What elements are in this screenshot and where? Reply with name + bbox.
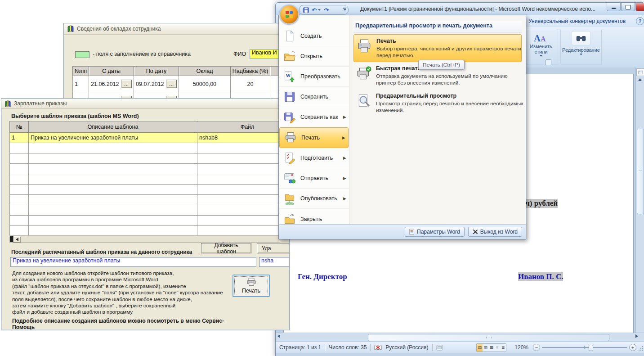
template-file-field[interactable] <box>259 257 290 267</box>
save-icon[interactable] <box>303 7 309 13</box>
template-name-field[interactable] <box>10 257 256 267</box>
menu-item-convert[interactable]: W Преобразовать <box>279 67 349 87</box>
scrollbar-thumb[interactable] <box>368 334 609 341</box>
new-document-icon <box>283 30 296 42</box>
cell-bonus: 20 <box>231 76 270 92</box>
office-menu-footer: Параметры Word Выход из Word <box>279 224 526 239</box>
menu-item-print[interactable]: Печать ▶ <box>279 127 349 148</box>
zoom-level[interactable]: 120% <box>514 344 528 351</box>
help-icon[interactable]: ? <box>636 17 644 25</box>
book-icon <box>4 100 11 107</box>
empty-row[interactable] <box>10 226 290 236</box>
col-from[interactable]: С даты <box>89 67 134 76</box>
salary-window-titlebar[interactable]: Сведения об окладах сотрудника <box>64 23 285 35</box>
col-to[interactable]: По дату <box>134 67 179 76</box>
close-button[interactable] <box>635 3 644 11</box>
horizontal-scrollbar[interactable] <box>276 333 644 342</box>
delete-template-button[interactable]: Уда <box>257 243 290 253</box>
zoom-slider-thumb[interactable] <box>589 345 593 351</box>
convert-icon: W <box>283 70 296 83</box>
orders-window-titlebar[interactable]: Зарплатные приказы <box>1 99 289 109</box>
col-description[interactable]: Описание шаблона <box>29 122 197 133</box>
language-indicator[interactable]: Русский (Россия) <box>385 344 428 351</box>
orders-window: Зарплатные приказы Выберите шаблон прика… <box>1 98 290 330</box>
empty-row[interactable] <box>10 164 290 174</box>
col-file[interactable]: Файл <box>197 122 290 133</box>
template-file-input[interactable] <box>259 257 290 264</box>
scrollbar-thumb[interactable] <box>637 129 644 214</box>
view-fullscreen-button[interactable]: ▥ <box>483 344 488 351</box>
menu-item-new[interactable]: Создать <box>279 26 349 46</box>
scroll-up-icon[interactable] <box>636 77 644 83</box>
change-styles-button[interactable]: A A Изменить стили <box>524 29 558 65</box>
printer-icon <box>246 278 257 287</box>
print-button[interactable]: Печать <box>233 275 270 297</box>
empty-row[interactable] <box>10 174 290 185</box>
col-bonus[interactable]: Надбавка (%) <box>231 67 270 76</box>
office-logo-icon <box>285 10 294 19</box>
office-button[interactable] <box>279 5 299 24</box>
exit-word-button[interactable]: Выход из Word <box>468 227 522 237</box>
panel-item-print-preview[interactable]: Предварительный просмотр Просмотр страни… <box>353 90 522 117</box>
scroll-left-icon[interactable] <box>277 334 280 338</box>
date-picker-button[interactable]: ... <box>121 80 132 88</box>
zoom-in-button[interactable]: + <box>629 344 636 351</box>
ruler-toggle-icon[interactable] <box>636 68 644 76</box>
redo-icon[interactable] <box>323 7 329 13</box>
col-salary[interactable]: Оклад <box>179 67 231 76</box>
template-row-selected[interactable]: 1 Приказ на увеличение заработной платы … <box>10 133 290 143</box>
spellcheck-icon[interactable] <box>374 344 382 351</box>
menu-item-send[interactable]: Отправить ▶ <box>279 168 349 189</box>
menu-item-save[interactable]: Сохранить <box>279 87 349 107</box>
panel-header: Предварительный просмотр и печать докуме… <box>353 21 522 32</box>
empty-row[interactable] <box>10 195 290 205</box>
date-picker-button[interactable]: ... <box>166 80 177 88</box>
zoom-out-button[interactable]: − <box>533 344 540 351</box>
col-number[interactable]: № <box>10 122 29 133</box>
maximize-button[interactable] <box>621 3 635 11</box>
view-draft-button[interactable]: ≣ <box>500 344 506 351</box>
table-row[interactable]: 1 21.06.2012... 09.07.2012... 50000,00 2… <box>73 76 286 92</box>
menu-item-prepare[interactable]: Подготовить ▶ <box>279 148 349 168</box>
tab-universal-converter[interactable]: Универсальный конвертер документов <box>528 18 626 24</box>
undo-icon[interactable] <box>312 7 321 13</box>
dialog-launcher-icon[interactable] <box>546 59 551 65</box>
scrollbar-thumb[interactable] <box>10 236 13 242</box>
view-print-layout-button[interactable]: ▤ <box>477 344 483 351</box>
office-menu: Создать Открыть W Преобразовать Сохранит… <box>278 15 526 239</box>
editing-button[interactable]: Редактирование <box>560 29 602 65</box>
add-template-button[interactable]: Добавить шаблон <box>201 243 251 253</box>
col-npp[interactable]: №пп <box>73 67 89 76</box>
svg-text:W: W <box>286 73 291 78</box>
menu-item-save-as[interactable]: Сохранить как ▶ <box>279 107 349 127</box>
vertical-scrollbar[interactable] <box>635 68 644 333</box>
view-outline-button[interactable]: ≡ <box>494 344 500 351</box>
submenu-arrow-icon: ▶ <box>343 176 346 180</box>
empty-row[interactable] <box>10 185 290 195</box>
menu-item-publish[interactable]: Опубликовать ▶ <box>279 189 349 209</box>
book-icon <box>67 25 74 32</box>
macro-icon[interactable] <box>436 345 443 351</box>
minimize-button[interactable] <box>607 3 621 11</box>
empty-row[interactable] <box>10 205 290 216</box>
office-menu-left: Создать Открыть W Преобразовать Сохранит… <box>279 15 349 224</box>
scroll-right-icon[interactable] <box>635 334 638 338</box>
resize-grip[interactable] <box>638 346 644 351</box>
word-title-text: Документ1 [Режим ограниченной функционал… <box>360 6 595 12</box>
template-name-input[interactable] <box>11 257 259 264</box>
qat-dropdown-icon[interactable] <box>343 8 346 11</box>
scroll-left-button[interactable] <box>13 236 21 243</box>
page-indicator[interactable]: Страница: 1 из 1 <box>279 344 321 351</box>
empty-row[interactable] <box>10 143 290 153</box>
zoom-slider[interactable] <box>542 344 627 351</box>
panel-item-print[interactable]: Печать Выбор принтера, числа копий и дру… <box>353 34 522 62</box>
open-folder-icon <box>283 50 296 63</box>
word-count[interactable]: Число слов: 35 <box>329 344 367 351</box>
empty-row[interactable] <box>10 153 290 164</box>
word-options-icon <box>409 229 415 235</box>
word-titlebar[interactable]: Документ1 [Режим ограниченной функционал… <box>276 3 644 15</box>
empty-row[interactable] <box>10 216 290 226</box>
word-options-button[interactable]: Параметры Word <box>405 227 465 237</box>
menu-item-open[interactable]: Открыть <box>279 46 349 67</box>
view-web-button[interactable]: ▦ <box>488 344 494 351</box>
